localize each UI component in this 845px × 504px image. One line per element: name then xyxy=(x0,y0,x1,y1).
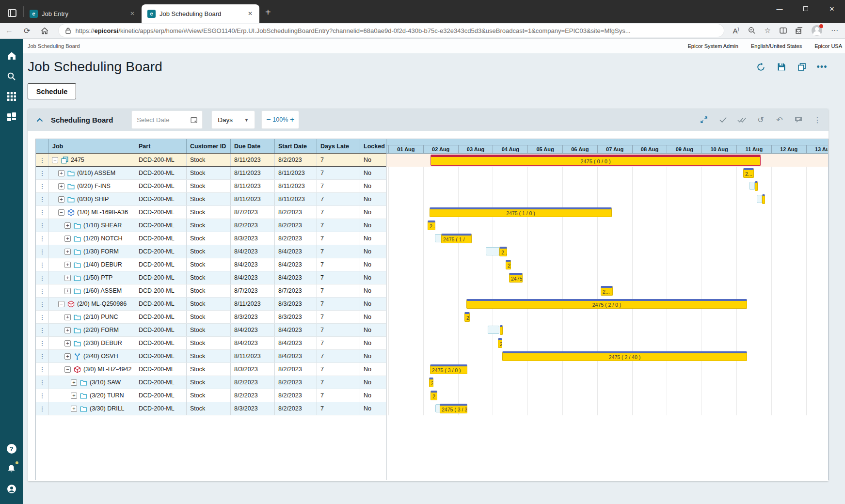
zoom-out-icon[interactable] xyxy=(748,27,756,34)
zoom-in-button[interactable]: + xyxy=(290,115,294,124)
table-row[interactable]: ⋮+(1/40) DEBURDCD-200-MLStock8/4/20238/4… xyxy=(36,258,386,271)
table-row[interactable]: ⋮+(2/40) OSVHDCD-200-MLStock8/11/20238/4… xyxy=(36,350,386,363)
gantt-bar[interactable]: 2 xyxy=(506,260,511,269)
row-menu-button[interactable]: ⋮ xyxy=(36,284,49,297)
gantt-bar[interactable]: 2475 ( 3 / 0 ) xyxy=(430,364,467,374)
expand-toggle[interactable]: + xyxy=(64,249,71,255)
table-row[interactable]: ⋮+(2/20) FORMDCD-200-MLStock8/4/20238/4/… xyxy=(36,324,386,337)
table-row[interactable]: ⋮+(1/10) SHEARDCD-200-MLStock8/2/20238/2… xyxy=(36,219,386,232)
row-menu-button[interactable]: ⋮ xyxy=(36,219,49,232)
browser-menu-icon[interactable]: ⋯ xyxy=(831,26,838,35)
row-menu-button[interactable]: ⋮ xyxy=(36,324,49,336)
tab-search-icon[interactable] xyxy=(8,9,16,17)
row-menu-button[interactable]: ⋮ xyxy=(36,311,49,323)
zoom-out-button[interactable]: − xyxy=(266,115,271,124)
row-menu-button[interactable]: ⋮ xyxy=(36,167,49,179)
row-menu-button[interactable]: ⋮ xyxy=(36,402,49,415)
read-aloud-icon[interactable]: A) xyxy=(733,27,739,35)
collapse-toggle[interactable]: − xyxy=(58,301,64,307)
split-screen-icon[interactable] xyxy=(780,27,787,34)
row-menu-button[interactable]: ⋮ xyxy=(36,245,49,258)
search-nav-icon[interactable] xyxy=(6,71,17,81)
address-bar[interactable]: https://epicorsi/kinetic/apps/erp/home/#… xyxy=(59,24,723,37)
table-row[interactable]: ⋮+(2/30) DEBURDCD-200-MLStock8/4/20238/4… xyxy=(36,337,386,350)
row-menu-button[interactable]: ⋮ xyxy=(36,258,49,271)
table-row[interactable]: ⋮−2475DCD-200-MLStock8/11/20238/2/20237N… xyxy=(36,153,386,167)
collapse-toggle[interactable]: − xyxy=(58,209,64,216)
gantt-slack-box[interactable] xyxy=(757,195,762,203)
comment-icon[interactable] xyxy=(794,115,803,124)
row-menu-button[interactable]: ⋮ xyxy=(36,154,49,166)
close-tab-icon[interactable]: ✕ xyxy=(246,9,255,18)
table-row[interactable]: ⋮+(1/50) PTPDCD-200-MLStock8/4/20238/4/2… xyxy=(36,271,386,284)
expand-toggle[interactable]: + xyxy=(64,275,71,281)
expand-toggle[interactable]: + xyxy=(58,183,64,189)
gantt-bar[interactable]: 2... xyxy=(601,286,613,296)
current-user[interactable]: Epicor System Admin xyxy=(687,43,738,49)
row-menu-button[interactable]: ⋮ xyxy=(36,206,49,219)
gantt-bar[interactable]: 2475 ( 0 / 0 ) xyxy=(430,155,761,166)
page-menu-icon[interactable]: ••• xyxy=(817,63,827,72)
schedule-button[interactable]: Schedule xyxy=(28,83,76,99)
table-row[interactable]: ⋮−(1/0) ML-1698-A36DCD-200-MLStock8/7/20… xyxy=(36,206,386,219)
expand-toggle[interactable]: + xyxy=(64,236,71,242)
expand-toggle[interactable]: + xyxy=(71,393,77,399)
apps-grid-icon[interactable] xyxy=(6,91,17,102)
table-row[interactable]: ⋮+(0/10) ASSEMDCD-200-MLStock8/11/20238/… xyxy=(36,167,386,180)
gantt-bar[interactable]: 2475 ( 3 / 30 xyxy=(440,404,467,413)
column-header-days-late[interactable]: Days Late xyxy=(317,139,360,153)
table-row[interactable]: ⋮−(3/0) ML-HZ-4942DCD-200-MLStock8/3/202… xyxy=(36,363,386,376)
gantt-bar[interactable] xyxy=(762,194,765,204)
close-tab-icon[interactable]: ✕ xyxy=(128,9,137,18)
expand-toggle[interactable]: + xyxy=(64,340,71,346)
refresh-icon[interactable]: ⟳ xyxy=(24,26,30,35)
home-nav-icon[interactable] xyxy=(6,50,17,61)
column-header-due[interactable]: Due Date xyxy=(231,139,275,153)
row-menu-button[interactable]: ⋮ xyxy=(36,180,49,192)
row-menu-button[interactable]: ⋮ xyxy=(36,298,49,310)
collapse-panel-icon[interactable] xyxy=(36,118,43,122)
expand-toggle[interactable]: + xyxy=(71,379,77,386)
row-menu-button[interactable]: ⋮ xyxy=(36,350,49,362)
row-menu-button[interactable]: ⋮ xyxy=(36,337,49,349)
column-header-locked[interactable]: Locked xyxy=(360,139,386,153)
table-row[interactable]: ⋮+(3/20) TURNDCD-200-MLStock8/2/20238/2/… xyxy=(36,389,386,402)
interval-select[interactable]: Days ▼ xyxy=(211,110,255,129)
expand-toggle[interactable]: + xyxy=(58,170,64,176)
expand-toggle[interactable]: + xyxy=(64,288,71,294)
panel-menu-icon[interactable]: ⋮ xyxy=(813,115,822,124)
help-icon[interactable]: ? xyxy=(7,444,16,454)
row-menu-button[interactable]: ⋮ xyxy=(36,376,49,389)
table-row[interactable]: ⋮−(2/0) ML-Q250986DCD-200-MLStock8/11/20… xyxy=(36,298,386,311)
collapse-toggle[interactable]: − xyxy=(52,157,58,163)
minimize-button[interactable]: — xyxy=(766,0,793,17)
dashboard-nav-icon[interactable] xyxy=(6,111,17,122)
table-row[interactable]: ⋮+(2/10) PUNCDCD-200-MLStock8/3/20238/3/… xyxy=(36,311,386,324)
browser-profile-avatar[interactable] xyxy=(812,25,822,36)
accept-icon[interactable] xyxy=(718,115,727,124)
home-icon[interactable] xyxy=(41,27,48,34)
row-menu-button[interactable]: ⋮ xyxy=(36,389,49,402)
expand-toggle[interactable]: + xyxy=(58,196,64,203)
gantt-bar[interactable]: 2475 ( 2 / 0 ) xyxy=(466,299,747,309)
expand-toggle[interactable]: + xyxy=(64,353,71,360)
row-menu-button[interactable]: ⋮ xyxy=(36,193,49,205)
gantt-slack-box[interactable] xyxy=(488,326,499,334)
expand-toggle[interactable]: + xyxy=(64,327,71,333)
table-row[interactable]: ⋮+(0/30) SHIPDCD-200-MLStock8/11/20238/1… xyxy=(36,193,386,206)
current-company[interactable]: Epicor USA xyxy=(814,43,842,49)
browser-tab-scheduling-board[interactable]: e Job Scheduling Board ✕ xyxy=(142,4,259,23)
gantt-bar[interactable]: 2... xyxy=(499,247,507,256)
table-row[interactable]: ⋮+(0/20) F-INSDCD-200-MLStock8/11/20238/… xyxy=(36,180,386,193)
column-header-part[interactable]: Part xyxy=(135,139,187,153)
collapse-toggle[interactable]: − xyxy=(64,366,71,373)
table-row[interactable]: ⋮+(3/10) SAWDCD-200-MLStock8/2/20238/2/2… xyxy=(36,376,386,389)
gantt-bar[interactable]: 2475 xyxy=(509,273,523,283)
table-row[interactable]: ⋮+(1/20) NOTCHDCD-200-MLStock8/3/20238/2… xyxy=(36,232,386,245)
undo-icon[interactable]: ↺ xyxy=(756,115,765,124)
favorite-star-icon[interactable]: ☆ xyxy=(765,26,771,35)
gantt-bar[interactable]: 2. xyxy=(430,391,437,400)
gantt-bar[interactable]: 2... xyxy=(743,168,754,178)
select-date-input[interactable]: Select Date xyxy=(131,110,203,129)
accept-all-icon[interactable] xyxy=(737,115,746,124)
